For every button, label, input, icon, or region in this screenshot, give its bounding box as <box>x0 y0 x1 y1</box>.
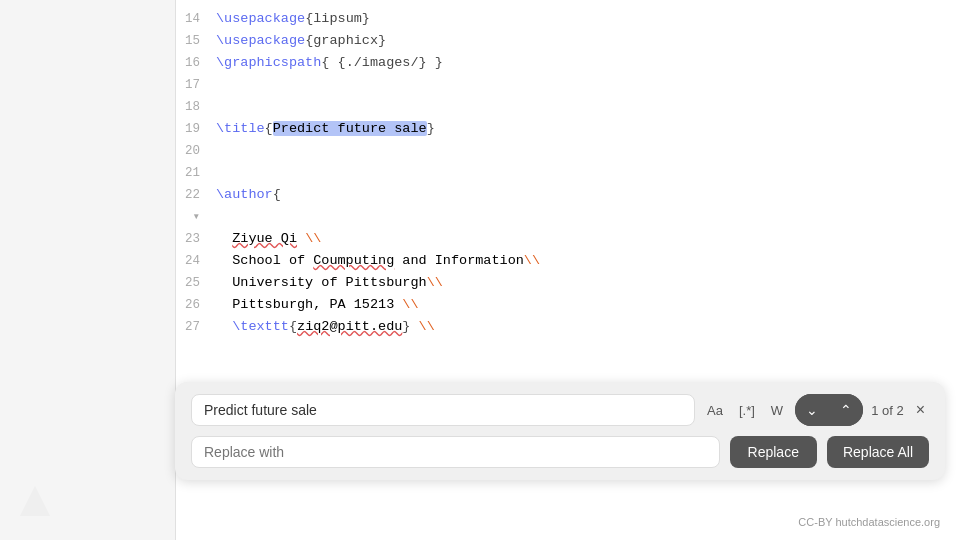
line-content-24: School of Coumputing and Information\\ <box>216 250 960 272</box>
close-search-button[interactable]: × <box>912 401 929 419</box>
deco-icon <box>10 476 60 530</box>
replace-button[interactable]: Replace <box>730 436 817 468</box>
code-line-22: 22 ▾ \author{ <box>176 184 960 228</box>
line-num-14: 14 <box>176 8 216 30</box>
match-count: 1 of 2 <box>871 403 904 418</box>
code-line-27: 27 \texttt{ziq2@pitt.edu} \\ <box>176 316 960 338</box>
search-replace-bar: Aa [.*] W ⌄ ⌃ 1 of 2 × Replace Replace A… <box>175 382 945 480</box>
line-num-25: 25 <box>176 272 216 294</box>
code-line-20: 20 <box>176 140 960 162</box>
line-content-20 <box>216 140 960 162</box>
code-line-18: 18 <box>176 96 960 118</box>
whole-word-option[interactable]: W <box>767 401 787 420</box>
code-area: 14 \usepackage{lipsum} 15 \usepackage{gr… <box>176 0 960 346</box>
nav-up-button[interactable]: ⌃ <box>829 394 863 426</box>
line-num-27: 27 <box>176 316 216 338</box>
code-line-24: 24 School of Coumputing and Information\… <box>176 250 960 272</box>
case-sensitive-option[interactable]: Aa <box>703 401 727 420</box>
line-num-19: 19 <box>176 118 216 140</box>
regex-option[interactable]: [.*] <box>735 401 759 420</box>
line-num-23: 23 <box>176 228 216 250</box>
line-num-21: 21 <box>176 162 216 184</box>
code-line-26: 26 Pittsburgh, PA 15213 \\ <box>176 294 960 316</box>
search-row: Aa [.*] W ⌄ ⌃ 1 of 2 × <box>191 394 929 426</box>
line-num-24: 24 <box>176 250 216 272</box>
line-num-18: 18 <box>176 96 216 118</box>
line-content-27: \texttt{ziq2@pitt.edu} \\ <box>216 316 960 338</box>
line-num-20: 20 <box>176 140 216 162</box>
line-content-15: \usepackage{graphicx} <box>216 30 960 52</box>
line-content-19: \title{Predict future sale} <box>216 118 960 140</box>
sidebar <box>0 0 175 540</box>
line-num-22: 22 ▾ <box>176 184 216 228</box>
replace-input[interactable] <box>191 436 720 468</box>
line-num-16: 16 <box>176 52 216 74</box>
nav-down-button[interactable]: ⌄ <box>795 394 829 426</box>
search-input[interactable] <box>191 394 695 426</box>
code-line-25: 25 University of Pittsburgh\\ <box>176 272 960 294</box>
line-content-26: Pittsburgh, PA 15213 \\ <box>216 294 960 316</box>
line-content-16: \graphicspath{ {./images/} } <box>216 52 960 74</box>
line-content-25: University of Pittsburgh\\ <box>216 272 960 294</box>
code-line-15: 15 \usepackage{graphicx} <box>176 30 960 52</box>
line-content-22: \author{ <box>216 184 960 206</box>
code-line-17: 17 <box>176 74 960 96</box>
line-content-18 <box>216 96 960 118</box>
nav-buttons: ⌄ ⌃ <box>795 394 863 426</box>
line-num-26: 26 <box>176 294 216 316</box>
code-line-14: 14 \usepackage{lipsum} <box>176 8 960 30</box>
code-line-19: 19 \title{Predict future sale} <box>176 118 960 140</box>
code-line-16: 16 \graphicspath{ {./images/} } <box>176 52 960 74</box>
code-line-21: 21 <box>176 162 960 184</box>
line-num-15: 15 <box>176 30 216 52</box>
line-num-17: 17 <box>176 74 216 96</box>
replace-row: Replace Replace All <box>191 436 929 468</box>
line-content-14: \usepackage{lipsum} <box>216 8 960 30</box>
code-line-23: 23 Ziyue Qi \\ <box>176 228 960 250</box>
line-content-21 <box>216 162 960 184</box>
line-content-17 <box>216 74 960 96</box>
watermark: CC-BY hutchdatascience.org <box>798 516 940 528</box>
replace-all-button[interactable]: Replace All <box>827 436 929 468</box>
line-content-23: Ziyue Qi \\ <box>216 228 960 250</box>
